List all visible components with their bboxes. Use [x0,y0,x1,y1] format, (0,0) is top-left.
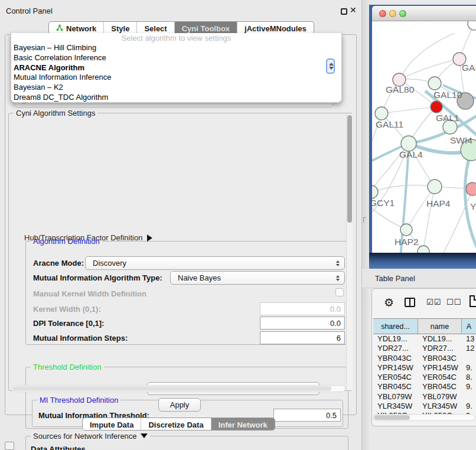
cyni-bottom-tab-bar: Impute Data Discretize Data Infer Networ… [82,418,275,431]
deselect-all-checkboxes-icon[interactable]: ☐☐ [446,298,461,306]
network-canvas[interactable]: GAL GAL80 GAL10 GAL1 GAL11 SWI4 GAL4 GCY… [372,21,476,253]
node-gal1[interactable] [431,101,442,113]
settings-vertical-scrollbar[interactable] [346,114,353,390]
column-header[interactable]: name [418,319,462,334]
tab-network[interactable]: Network [49,22,103,34]
combo-spinner-icon [334,275,344,281]
svg-text:GAL1: GAL1 [436,113,459,123]
svg-text:GAL4: GAL4 [399,149,423,159]
threshold-definition-title: Threshold Definition [31,363,104,371]
panel-splitter[interactable] [361,0,369,450]
minimize-traffic-light-icon[interactable] [389,10,396,17]
svg-text:GCY1: GCY1 [372,198,395,208]
table-row[interactable]: YBR043CYBR043C [373,354,476,363]
table-row[interactable]: YBL079WYBL079W [373,392,476,402]
aracne-mode-select[interactable]: Discovery [85,256,345,270]
column-header[interactable]: A [462,319,476,334]
node[interactable] [466,182,476,195]
node-gal10[interactable] [428,77,441,90]
table-header-row: shared... name A [373,318,476,334]
algorithm-option[interactable]: Bayesian – K2 [11,83,341,93]
manual-kernel-checkbox[interactable] [335,288,344,296]
collapse-down-icon [141,433,148,438]
tab-impute-data[interactable]: Impute Data [83,418,141,430]
float-window-icon[interactable] [341,8,347,15]
minimized-panel-icon[interactable] [5,442,14,450]
algorithm-option-highlighted[interactable]: ARACNE Algorithm [11,63,341,73]
tab-jactivemnodules[interactable]: jActiveMNodules [237,22,314,34]
table-row[interactable]: YPR145WYPR145W9. [373,363,476,373]
mi-threshold-input[interactable]: 0.5 [273,409,341,422]
gear-icon[interactable]: ⚙ [384,296,394,309]
tab-cyni-toolbox[interactable]: Cyni Toolbox [174,22,237,34]
sources-group-title[interactable]: Sources for Network Inference [31,432,150,441]
apply-button[interactable]: Apply [158,398,201,412]
mi-algorithm-type-select[interactable]: Naive Bayes [170,271,345,285]
algorithm-option[interactable]: Dream8 DC_TDC Algorithm [11,93,341,103]
algorithm-option[interactable]: Bayesian – Hill Climbing [11,43,341,53]
network-icon [56,24,63,33]
sources-group: Sources for Network Inference Data Attri… [25,436,348,450]
close-icon[interactable]: ✕ [350,5,357,15]
svg-text:GAL11: GAL11 [376,119,403,129]
settings-group-title: Cyni Algorithm Settings [14,109,97,118]
table-panel-title: Table Panel [375,274,415,283]
mi-type-label: Mutual Information Algorithm Type: [33,273,162,282]
node[interactable] [468,21,476,30]
algorithm-option[interactable]: Mutual Information Inference [11,73,341,83]
column-header[interactable]: shared... [373,319,418,334]
node-table: shared... name A YDL19...YDL19...13 YDR2… [373,318,476,418]
kernel-width-input[interactable]: 0.0 [260,302,345,315]
table-row[interactable]: YDL19...YDL19...13 [373,334,476,344]
svg-text:GAL80: GAL80 [386,84,415,94]
manual-kernel-label: Manual Kernel Width Definition [33,289,146,298]
network-window-titlebar[interactable] [372,6,476,21]
aracne-mode-label: Aracne Mode: [33,259,84,268]
close-traffic-light-icon[interactable] [379,10,386,17]
table-row[interactable]: YLR345WYLR345W9. [373,402,476,411]
control-panel-tab-bar: Network Style Select Cyni Toolbox jActiv… [48,21,314,34]
columns-icon[interactable] [405,298,415,307]
mi-threshold-title: MI Threshold Definition [37,396,120,405]
settings-horizontal-scrollbar[interactable] [11,385,345,392]
mi-steps-input[interactable]: 6 [260,331,345,344]
table-horizontal-scrollbar[interactable] [373,414,475,421]
zoom-traffic-light-icon[interactable] [399,10,406,17]
cyni-algorithm-settings-group: Cyni Algorithm Settings Algorithm Defini… [8,113,353,391]
table-row[interactable]: YBR045CYBR045C9. [373,382,476,392]
algorithm-dropdown-placeholder: Select algorithm to view settings [11,33,341,43]
tab-infer-network[interactable]: Infer Network [211,418,275,430]
node[interactable] [418,246,429,253]
node-hap4[interactable] [428,180,442,194]
svg-text:SWI4: SWI4 [450,135,472,145]
tab-discretize-data[interactable]: Discretize Data [141,418,210,430]
table-row[interactable]: YER054CYER054C8. [373,373,476,382]
table-panel-titlebar: Table Panel [362,269,476,288]
node-hap2[interactable] [400,224,412,236]
combo-spinner-icon [334,260,344,266]
node-gal11[interactable] [375,107,388,120]
hub-definition-expander[interactable]: Hub/Transcription Factor Definition [24,233,152,242]
export-table-icon[interactable] [470,295,476,307]
focused-combo-spinner[interactable] [326,58,335,74]
tab-style[interactable]: Style [103,22,136,34]
svg-text:GAL10: GAL10 [433,90,462,100]
data-attributes-label: Data Attributes [31,445,86,450]
select-all-checkboxes-icon[interactable]: ☑☑ [426,298,441,306]
tab-network-label: Network [66,24,96,33]
control-panel-title: Control Panel [6,6,53,15]
table-row[interactable]: YDR27...YDR27...12 [373,344,476,353]
algorithm-option[interactable]: Basic Correlation Inference [11,53,341,63]
svg-text:HAP4: HAP4 [426,198,451,208]
algorithm-definition-group: Algorithm Definition Aracne Mode: Discov… [25,241,348,345]
node-gcy1[interactable] [372,185,378,198]
tab-select[interactable]: Select [136,22,174,34]
dpi-tolerance-input[interactable]: 0.0 [260,317,345,330]
splitter-grip-icon [363,217,366,223]
expand-right-icon [147,234,152,242]
svg-text:HAP2: HAP2 [395,237,419,247]
network-window-bottom-frame [369,253,476,269]
table-toolbar: ⚙ ☑☑ ☐☐ [372,289,476,317]
algorithm-dropdown-list: Select algorithm to view settings Bayesi… [11,33,342,103]
kernel-width-label: Kernel Width (0,1): [33,305,101,314]
